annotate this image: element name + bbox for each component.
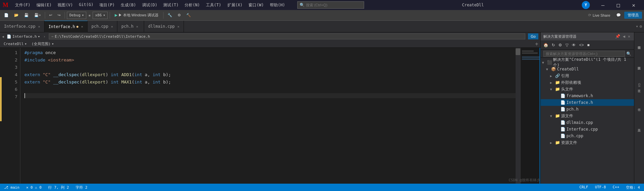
toolbar-btn-1[interactable]: 🔧 [166,12,174,18]
menu-git[interactable]: Git(G) [76,1,96,9]
status-chars[interactable]: 字符 2 [74,185,89,190]
resource-files-node[interactable]: ▶ 📁 资源文件 [541,139,634,146]
sol-home-button[interactable]: 🏠 [542,42,550,48]
menu-debug[interactable]: 调试(D) [139,1,160,9]
side-tab-5[interactable]: 工具箱 [635,117,644,137]
new-file-button[interactable]: 📄 [2,12,11,18]
tab-dropdown-button[interactable]: ▾ [636,24,638,29]
admin-button[interactable]: 管理员 [624,12,642,19]
file-nav-dropdown[interactable]: 📄 Interface.h ▾ [5,34,41,39]
menu-view[interactable]: 视图(V) [55,1,76,9]
menu-analyze[interactable]: 分析(N) [182,1,203,9]
source-files-node[interactable]: ▼ 📁 源文件 [541,113,634,119]
save-button[interactable]: 💾 [22,12,31,18]
dllmain-cpp-label: dllmain.cpp [566,120,593,125]
resource-files-label: 资源文件 [561,140,577,146]
tab-close-interface-cpp[interactable]: ✕ [38,25,40,28]
debug-config-dropdown[interactable]: Debug ▾ [67,12,86,19]
side-tab-1[interactable]: 属性管理器 [635,34,644,54]
title-search-box[interactable]: 🔍 [297,1,364,9]
status-crlf[interactable]: CRLF [578,185,590,190]
tab-dllmain-cpp[interactable]: dllmain.cpp ✕ [144,21,184,32]
tab-pch-cpp[interactable]: pch.cpp ✕ [88,21,118,32]
status-git[interactable]: ⎇ main [3,185,21,190]
redo-button[interactable]: ↪ [56,12,63,18]
source-files-label: 源文件 [561,113,573,119]
menu-test[interactable]: 测试(T) [160,1,181,9]
editor-scrollbar[interactable] [516,48,520,184]
panel-title: 解决方案资源管理器 [543,34,614,39]
menu-extensions[interactable]: 扩展(X) [225,1,245,9]
minimize-button[interactable]: — [595,0,611,10]
tab-settings-button[interactable]: ⚙ [640,24,642,29]
nav-path-bar[interactable]: → E:\TestCode\CreateDll\CreateDll\Interf… [49,33,525,39]
solution-search-icon: 🔍 [626,51,631,56]
menu-window[interactable]: 窗口(W) [246,1,266,9]
menu-help[interactable]: 帮助(H) [267,1,288,9]
status-line-col[interactable]: 行 7, 列 2 [47,185,70,190]
close-panel-button[interactable]: ✕ [627,34,631,39]
sol-preview-button[interactable]: 👁 [570,42,577,48]
menu-file[interactable]: 文件(F) [12,1,33,9]
nav-back-button[interactable]: ◀ [2,35,4,38]
toolbar-btn-3[interactable]: 🔨 [184,12,193,18]
tab-pch-h[interactable]: pch.h ✕ [117,21,144,32]
status-indent[interactable]: 空格: 4 [625,185,641,190]
sol-collapse-btn[interactable]: ■ [586,42,591,48]
tab-close-dllmain-cpp[interactable]: ✕ [178,25,180,28]
liveshare-button[interactable]: ⟳ Live Share [585,12,613,18]
interface-cpp-node[interactable]: 📄 Interface.cpp [541,126,634,133]
tab-interface-cpp[interactable]: Interface.cpp ✕ [0,21,44,32]
side-tab-4[interactable]: 书签 [635,96,644,116]
status-errors[interactable]: ✕ 0 ⚠ 0 [25,185,43,190]
side-tab-3[interactable]: Git更改 [635,75,644,95]
sol-filter-button[interactable]: ▽ [564,42,570,48]
header-files-node[interactable]: ▼ 📁 头文件 [541,86,634,92]
close-button[interactable]: ✕ [626,0,641,10]
tab-interface-h[interactable]: Interface.h ● ✕ [44,21,88,32]
pch-h-node[interactable]: 📄 pch.h [541,106,634,113]
tab-close-pch-h[interactable]: ✕ [136,25,138,28]
undo-button[interactable]: ↩ [47,12,54,18]
tab-close-pch-cpp[interactable]: ✕ [111,25,113,28]
scope-add-button[interactable]: + [535,41,538,47]
sol-code-btn[interactable]: <> [578,42,585,48]
code-content[interactable]: #pragma once #include <iostream> extern … [20,48,516,184]
open-file-button[interactable]: 📂 [12,12,21,18]
scrollbar-thumb[interactable] [516,48,520,55]
dllmain-cpp-node[interactable]: 📄 dllmain.cpp [541,119,634,126]
sol-refresh-button[interactable]: ↻ [550,42,556,48]
tab-close-interface-h[interactable]: ✕ [81,25,83,28]
run-button[interactable]: ▶ ▶ 本地 Windows 调试器 [112,12,161,18]
save-all-button[interactable]: 💾+ [32,12,43,18]
menu-tools[interactable]: 工具(T) [203,1,224,9]
menu-edit[interactable]: 编辑(E) [34,1,55,9]
status-lang[interactable]: C++ [611,185,621,190]
project-scope-dropdown[interactable]: CreateDll ▾ [2,41,28,47]
line-num-3: 3 [7,64,17,71]
pin-button[interactable]: 📌 [614,34,621,39]
arrow-button[interactable]: ◀ [622,34,626,39]
solution-root[interactable]: ▼ ⬛ 解决方案"CreateDll"(1 个项目/共 1 个) [541,59,634,66]
user-avatar[interactable]: Y [582,1,590,9]
chevron-down-icon-2: ▾ [103,13,105,17]
side-tab-2[interactable]: 团队资源 [635,54,644,74]
title-search-input[interactable] [306,3,353,7]
solution-search-input[interactable] [543,51,625,57]
maximize-button[interactable]: □ [611,0,626,10]
code-editor[interactable]: 1 2 3 4 5 6 7 #pragma once #include <ios… [0,48,540,184]
external-deps-node[interactable]: ▶ 📁 外部依赖项 [541,79,634,86]
platform-dropdown[interactable]: x86 ▾ [93,12,108,19]
feedback-button[interactable]: 💬 [614,12,623,18]
interface-h-node[interactable]: 📄 Interface.h [541,99,634,106]
pch-cpp-node[interactable]: 📄 pch.cpp [541,133,634,139]
toolbar-btn-2[interactable]: ⚙ [176,12,183,18]
references-node[interactable]: ▶ 🔗 引用 [541,72,634,79]
menu-project[interactable]: 项目(P) [97,1,117,9]
status-encoding[interactable]: UTF-8 [594,185,607,190]
go-button[interactable]: Go [528,33,538,39]
global-scope-dropdown[interactable]: (全局范围) ▾ [30,41,56,47]
sol-settings-button[interactable]: ⚙ [557,42,563,48]
menu-build[interactable]: 生成(B) [118,1,139,9]
framework-h-node[interactable]: 📄 framework.h [541,92,634,99]
